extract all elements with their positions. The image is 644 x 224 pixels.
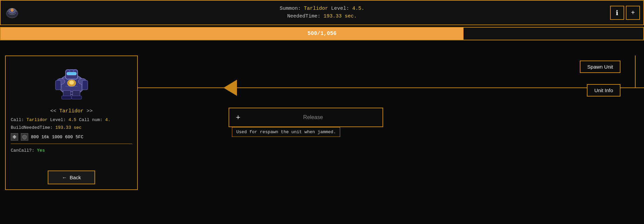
shield-icon [21, 133, 28, 141]
svg-rect-22 [72, 96, 82, 99]
level-label: Level: [331, 6, 349, 11]
can-call-label: CanCall?: [11, 148, 34, 153]
svg-rect-18 [73, 70, 74, 72]
can-call-value: Yes [37, 148, 45, 153]
svg-rect-21 [62, 96, 72, 99]
svg-rect-12 [55, 80, 61, 90]
release-area: + Release Used for respawn the unit when… [229, 108, 383, 127]
release-tooltip: Used for respawn the unit when jammed. [232, 127, 340, 137]
call-num-label: Call num: [79, 117, 103, 122]
divider [11, 144, 132, 144]
level-label-stat: Level: [50, 117, 66, 122]
unit-stats: Call: Tarlidor Level: 4.5 Call num: 4. B… [11, 116, 132, 155]
header-text: Summon: Tarlidor Level: 4.5. NeededTime:… [280, 5, 364, 20]
unit-info-button[interactable]: Unit Info [587, 84, 620, 97]
unit-sprite [48, 61, 95, 105]
top-bar: Summon: Tarlidor Level: 4.5. NeededTime:… [0, 0, 644, 25]
left-panel: << Tarlidor >> Call: Tarlidor Level: 4.5… [5, 55, 138, 190]
svg-rect-17 [69, 70, 70, 72]
svg-rect-13 [82, 80, 88, 90]
back-arrow-icon: ← [62, 175, 67, 180]
build-time-label: BuildNeededTime: [11, 125, 53, 130]
call-name: Tarlidor [27, 117, 47, 122]
spawn-unit-button[interactable]: Spawn Unit [580, 61, 620, 73]
unit-name-display: << Tarlidor >> [50, 108, 92, 114]
release-button[interactable]: + Release [229, 108, 383, 127]
unit-prefix: << [50, 108, 59, 114]
unit-name-text: Tarlidor [59, 108, 83, 114]
summon-label: Summon: [280, 6, 301, 11]
level-val-stat: 4.5 [69, 117, 76, 122]
release-label: Release [247, 114, 379, 120]
info-button[interactable]: ℹ [610, 6, 624, 20]
top-bar-buttons: ℹ + [610, 6, 640, 20]
call-num-val: 4. [105, 117, 111, 122]
build-time-val: 193.33 sec [55, 125, 82, 130]
unit-suffix: >> [84, 108, 93, 114]
back-label: Back [70, 175, 81, 180]
stat-icons-row: 800 16k 1000 600 5FC [11, 133, 132, 141]
svg-rect-15 [67, 72, 76, 75]
connector-area: Spawn Unit Unit Info + Release Used for … [138, 55, 644, 190]
level-value: 4.5. [352, 6, 364, 11]
summon-name: Tarlidor [304, 6, 328, 11]
arrow-icon [224, 80, 237, 96]
unit-icon [4, 4, 21, 21]
connector-line-2 [237, 87, 644, 88]
vertical-line-spawn [635, 55, 636, 87]
svg-point-9 [69, 80, 74, 84]
svg-rect-5 [16, 12, 18, 15]
svg-rect-4 [7, 12, 8, 15]
back-button[interactable]: ← Back [48, 171, 95, 184]
progress-bar-container: 500/1,056 [0, 27, 644, 40]
svg-point-3 [10, 8, 14, 12]
svg-rect-27 [13, 136, 16, 138]
progress-label: 500/1,056 [308, 31, 336, 37]
needed-time-label: NeededTime: [287, 13, 320, 19]
connector-line-1 [138, 87, 232, 88]
release-plus-icon: + [236, 113, 240, 122]
call-label: Call: [11, 117, 24, 122]
hp-icon [11, 133, 18, 141]
plus-button[interactable]: + [626, 6, 640, 20]
progress-fill [1, 28, 464, 40]
stat-values: 800 16k 1000 600 5FC [31, 133, 83, 141]
needed-time-value: 193.33 sec. [324, 13, 357, 19]
